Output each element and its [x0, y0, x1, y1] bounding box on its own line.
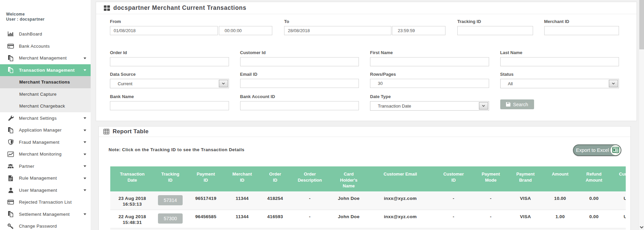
key-icon: [7, 223, 14, 229]
sidebar-item-label: Merchant Management: [19, 55, 67, 61]
to-label: To: [284, 19, 445, 24]
sidebar-item-merchant-management[interactable]: Merchant Management: [0, 52, 91, 64]
caret-down-icon: [84, 130, 86, 131]
tracking-id-input[interactable]: [457, 26, 533, 35]
order-id-input[interactable]: [110, 57, 229, 66]
chevron-down-icon: [479, 102, 488, 110]
note-text: Note: Click on the Tracking ID to see th…: [109, 147, 630, 152]
wrench-icon: [7, 115, 14, 121]
currency-cell: USD: [613, 191, 626, 210]
to-date-input[interactable]: [284, 26, 391, 35]
last-name-input[interactable]: [500, 57, 619, 66]
status-label: Status: [500, 72, 619, 76]
data-source-select[interactable]: Current: [110, 79, 229, 88]
caret-down-icon: [84, 189, 86, 191]
customer-email-cell: inxx@xyz.com: [369, 210, 432, 228]
vertical-scrollbar[interactable]: [639, 0, 644, 230]
sidebar-item-label: Settlement Management: [19, 212, 70, 217]
refund-amount-cell: 0.00: [575, 191, 613, 210]
welcome-block: Welcome User : docspartner: [6, 12, 45, 22]
rows-pages-label: Rows/Pages: [370, 72, 489, 76]
sidebar-item-rejected-transaction-list[interactable]: Rejected Transaction List: [0, 196, 91, 208]
scrollbar-thumb[interactable]: [639, 0, 644, 49]
status-select[interactable]: All: [500, 79, 619, 88]
sidebar-item-label: User Management: [19, 188, 57, 193]
report-table: Transaction DateTracking IDPayment IDMer…: [110, 166, 626, 230]
sidebar-item-fraud-management[interactable]: Fraud Management: [0, 136, 91, 148]
sidebar-subitem-merchant-chargeback[interactable]: Merchant Chargeback: [0, 100, 91, 112]
tracking-id-button[interactable]: 57314: [158, 195, 183, 205]
caret-down-icon: [84, 213, 86, 215]
save-icon: [506, 102, 510, 107]
column-header: Customer Email: [369, 166, 432, 191]
column-header: Merchant ID: [225, 166, 259, 191]
sidebar-item-label: Transaction Management: [19, 68, 75, 73]
data-source-value: Current: [118, 81, 132, 86]
caret-down-icon: [84, 165, 86, 167]
customer-id-cell: -: [432, 191, 476, 210]
customer-id-input[interactable]: [240, 57, 359, 66]
sidebar-item-merchant-monitoring[interactable]: Merchant Monitoring: [0, 148, 91, 160]
rows-pages-input[interactable]: [370, 79, 489, 88]
search-button[interactable]: Search: [500, 99, 534, 109]
copy-icon: [7, 211, 14, 217]
bank-name-input[interactable]: [110, 101, 229, 110]
sidebar-item-label: Merchant Monitoring: [19, 152, 62, 157]
sidebar-item-application-manager[interactable]: Application Manager: [0, 124, 91, 136]
caret-down-icon: [84, 58, 86, 59]
data-source-label: Data Source: [110, 72, 229, 76]
merchant-id-cell: 11344: [225, 191, 259, 210]
column-header: Refund Amount: [575, 166, 613, 191]
column-header: Payment Mode: [476, 166, 506, 191]
payment-id-cell: 96517419: [186, 191, 225, 210]
file-text-icon: [7, 175, 14, 181]
table-row: 23 Aug 201816:53:13573149651741911344418…: [110, 191, 626, 210]
date-type-select[interactable]: Transaction Date: [370, 101, 489, 111]
merchant-id-cell: 11344: [225, 210, 259, 228]
table-icon: [104, 129, 109, 134]
sidebar-item-label: Fraud Management: [19, 140, 60, 145]
order-id-cell: 416593: [259, 210, 291, 228]
report-table-title: Report Table: [113, 128, 148, 135]
from-time-input[interactable]: [219, 26, 272, 35]
sidebar-item-label: Change Password: [19, 224, 57, 229]
sidebar-item-label: Merchant Settings: [19, 116, 57, 121]
sidebar-item-transaction-management[interactable]: Transaction Management: [0, 64, 91, 76]
sidebar-item-settlement-management[interactable]: Settlement Management: [0, 208, 91, 221]
column-header: Amount: [545, 166, 575, 191]
search-button-label: Search: [513, 102, 528, 107]
to-time-input[interactable]: [392, 26, 445, 35]
export-to-excel-button[interactable]: Export to Excel: [573, 144, 621, 156]
filter-panel-heading: docspartner Merchant Current Transaction…: [96, 2, 637, 14]
tracking-id-button[interactable]: 57300: [158, 213, 183, 224]
email-id-input[interactable]: [240, 79, 359, 88]
sidebar-item-user-management[interactable]: User Management: [0, 184, 91, 197]
sidebar-item-label: Bank Accounts: [19, 44, 50, 49]
sidebar-item-bank-accounts[interactable]: Bank Accounts: [0, 40, 91, 52]
welcome-text: Welcome: [6, 12, 45, 17]
sidebar-item-change-password[interactable]: Change Password: [0, 220, 91, 230]
customer-id-label: Customer Id: [240, 50, 359, 55]
payment-mode-cell: -: [476, 210, 506, 228]
sidebar-subitem-merchant-capture[interactable]: Merchant Capture: [0, 88, 91, 100]
scrollbar-down-arrow[interactable]: [640, 225, 644, 229]
first-name-label: First Name: [370, 50, 489, 55]
sidebar-subitem-merchant-transactions[interactable]: Merchant Transactions: [0, 76, 91, 88]
bank-account-id-input[interactable]: [240, 101, 359, 110]
sidebar-item-label: DashBoard: [19, 31, 42, 37]
first-name-input[interactable]: [370, 57, 489, 66]
order-description-cell: -: [291, 210, 328, 228]
table-row: 22 Aug 201815:48:31573009645658511344416…: [110, 210, 626, 228]
merchant-id-input[interactable]: [544, 26, 619, 35]
table-header-row: Transaction DateTracking IDPayment IDMer…: [110, 166, 626, 191]
from-date-input[interactable]: [110, 26, 218, 35]
page-title: docspartner Merchant Current Transaction…: [113, 4, 246, 12]
caret-down-icon: [84, 178, 86, 179]
sidebar-item-dashboard[interactable]: DashBoard: [0, 28, 91, 40]
sidebar-item-merchant-settings[interactable]: Merchant Settings: [0, 112, 91, 124]
sidebar-item-partner[interactable]: Partner: [0, 160, 91, 172]
sidebar-item-label: Application Manager: [19, 128, 62, 133]
sidebar-item-rule-management[interactable]: Rule Management: [0, 172, 91, 184]
caret-down-icon: [84, 141, 86, 143]
payment-brand-cell: VISA: [506, 191, 545, 210]
